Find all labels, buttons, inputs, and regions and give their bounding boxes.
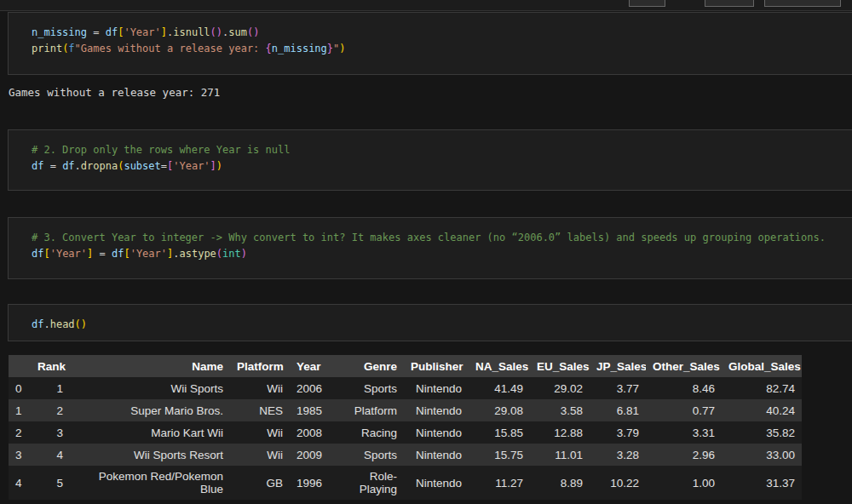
code-token: df xyxy=(106,26,118,38)
table-cell: Wii xyxy=(230,377,290,399)
table-cell: 3.79 xyxy=(590,421,646,444)
code-token: "Games without a release year: xyxy=(75,43,266,54)
table-cell: 11.01 xyxy=(530,444,590,466)
code-token: sum xyxy=(228,26,247,38)
code-token: print xyxy=(32,43,62,54)
table-cell: Pokemon Red/Pokemon Blue xyxy=(70,466,230,500)
table-cell: 2009 xyxy=(290,444,327,466)
dataframe-output-table: RankNamePlatformYearGenrePublisherNA_Sal… xyxy=(9,355,802,500)
table-cell: 12.88 xyxy=(530,421,590,444)
code-token: } xyxy=(327,43,333,54)
table-cell: 3 xyxy=(9,444,31,466)
table-cell: 15.75 xyxy=(469,444,530,466)
code-token: () xyxy=(247,26,259,38)
table-cell: Nintendo xyxy=(404,377,469,399)
table-cell: 11.27 xyxy=(469,466,530,500)
code-token: . xyxy=(75,160,81,172)
column-header: Year xyxy=(290,355,327,377)
table-cell: 1 xyxy=(9,399,31,421)
table-cell: 10.22 xyxy=(590,466,646,500)
code-token: df xyxy=(62,160,74,172)
table-cell: Role-Playing xyxy=(327,466,404,500)
code-token: n_missing xyxy=(32,26,87,38)
code-token: subset xyxy=(124,160,160,172)
toolbar-button-3[interactable] xyxy=(764,0,841,7)
table-row: 45Pokemon Red/Pokemon BlueGB1996Role-Pla… xyxy=(9,466,802,500)
code-token: = xyxy=(93,248,112,260)
table-cell: 2 xyxy=(31,399,70,421)
column-header xyxy=(9,355,31,377)
table-cell: 15.85 xyxy=(469,421,530,444)
table-cell: Sports xyxy=(327,377,404,399)
code-token: int xyxy=(222,248,241,260)
code-line: df = df.dropna(subset=['Year']) xyxy=(32,158,847,175)
table-header-row: RankNamePlatformYearGenrePublisherNA_Sal… xyxy=(9,355,802,377)
code-token: = xyxy=(87,26,106,38)
table-cell: 3.31 xyxy=(646,421,722,444)
cell-output-text: Games without a release year: 271 xyxy=(9,86,852,100)
code-token: ( xyxy=(216,248,222,260)
code-cell-3[interactable]: # 3. Convert Year to integer -> Why conv… xyxy=(8,217,852,279)
table-cell: 1.00 xyxy=(646,466,722,500)
code-cell-2[interactable]: # 2. Drop only the rows where Year is nu… xyxy=(8,129,852,191)
column-header: EU_Sales xyxy=(530,355,590,377)
code-token: 'Year' xyxy=(50,248,87,260)
column-header: JP_Sales xyxy=(590,355,646,377)
table-cell: Wii xyxy=(230,421,290,444)
notebook-toolbar xyxy=(0,0,852,11)
code-token: = xyxy=(43,160,62,172)
table-cell: 82.74 xyxy=(722,377,802,399)
code-token: = xyxy=(161,160,167,172)
table-cell: 5 xyxy=(31,466,70,500)
toolbar-button-2[interactable] xyxy=(705,0,754,7)
code-token: head xyxy=(50,318,75,330)
code-token: ) xyxy=(216,160,222,172)
table-cell: 41.49 xyxy=(469,377,530,399)
code-token: 'Year' xyxy=(130,248,167,260)
code-token: { xyxy=(266,43,272,54)
code-token: # 3. Convert Year to integer -> Why conv… xyxy=(32,232,826,243)
table-row: 23Mario Kart WiiWii2008RacingNintendo15.… xyxy=(9,421,802,444)
table-cell: 3.28 xyxy=(590,444,646,466)
table-cell: 33.00 xyxy=(722,444,802,466)
code-line: df.head() xyxy=(32,317,847,333)
table-cell: 1 xyxy=(31,377,70,399)
code-token: [ xyxy=(124,248,130,260)
table-cell: 0 xyxy=(9,377,31,399)
column-header: Genre xyxy=(327,355,404,377)
code-token: astype xyxy=(179,248,216,260)
table-cell: Sports xyxy=(327,444,404,466)
code-line: print(f"Games without a release year: {n… xyxy=(32,41,847,57)
code-token: f xyxy=(68,43,74,54)
column-header: Platform xyxy=(230,355,290,377)
table-cell: 3.77 xyxy=(590,377,646,399)
table-cell: 8.89 xyxy=(530,466,590,500)
notebook-page: n_missing = df['Year'].isnull().sum() pr… xyxy=(0,0,852,500)
code-token: df xyxy=(32,160,43,172)
code-comment-line: # 2. Drop only the rows where Year is nu… xyxy=(32,142,847,158)
table-cell: 3 xyxy=(31,421,70,444)
table-row: 34Wii Sports ResortWii2009SportsNintendo… xyxy=(9,444,802,466)
table-cell: Super Mario Bros. xyxy=(70,399,230,421)
column-header: Publisher xyxy=(404,355,469,377)
code-cell-1[interactable]: n_missing = df['Year'].isnull().sum() pr… xyxy=(8,12,852,75)
table-row: 12Super Mario Bros.NES1985PlatformNinten… xyxy=(9,399,802,421)
code-token: ) xyxy=(241,248,247,260)
column-header: Global_Sales xyxy=(722,355,802,377)
table-cell: Nintendo xyxy=(404,421,469,444)
table-cell: 29.08 xyxy=(469,399,530,421)
code-token: isnull xyxy=(173,26,210,38)
code-token: () xyxy=(75,318,87,330)
table-cell: 1996 xyxy=(290,466,327,500)
code-cell-4[interactable]: df.head() xyxy=(8,304,852,341)
code-token: dropna xyxy=(81,160,118,172)
code-token: n_missing xyxy=(272,43,327,54)
code-token: 'Year' xyxy=(173,160,210,172)
table-cell: 4 xyxy=(9,466,31,500)
code-token: ) xyxy=(339,43,345,54)
column-header: Name xyxy=(70,355,230,377)
table-cell: 40.24 xyxy=(722,399,802,421)
code-token: [ xyxy=(43,248,49,260)
toolbar-button-1[interactable] xyxy=(629,0,665,7)
code-comment-line: # 3. Convert Year to integer -> Why conv… xyxy=(32,230,847,246)
